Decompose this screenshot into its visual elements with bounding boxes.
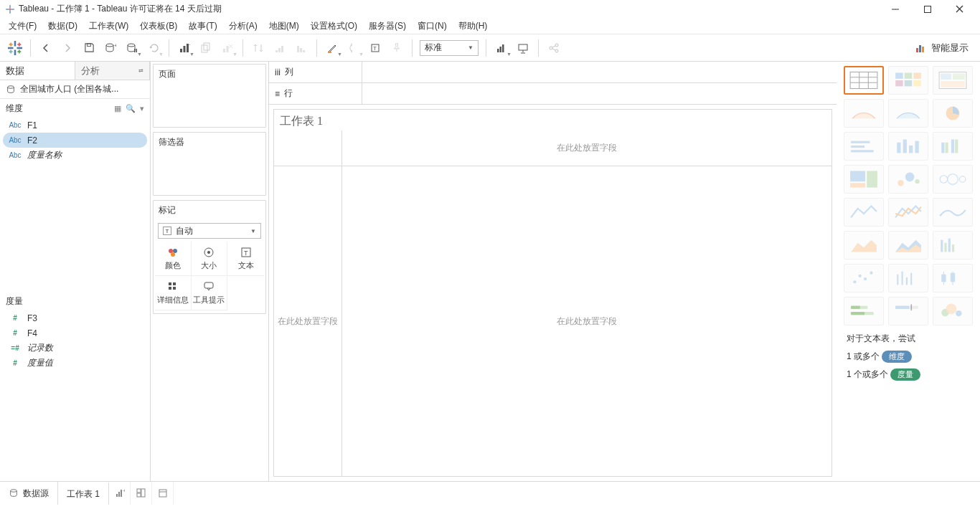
new-datasource-button[interactable]: + (100, 37, 121, 59)
fit-selector[interactable]: 标准 ▼ (420, 40, 479, 56)
minimize-button[interactable] (879, 0, 911, 18)
view-toggle-icon[interactable]: ▦ (114, 104, 121, 113)
dimension-field[interactable]: AbcF2 (3, 133, 147, 148)
tableau-logo-icon[interactable] (4, 37, 26, 59)
drop-rows-area[interactable]: 在此处放置字段 (274, 166, 342, 476)
save-button[interactable] (78, 37, 100, 59)
marks-detail[interactable]: 详细信息 (155, 276, 192, 310)
menu-story[interactable]: 故事(T) (183, 19, 222, 34)
svg-rect-82 (913, 80, 921, 86)
tab-analytics[interactable]: 分析⇄ (75, 62, 151, 80)
svg-rect-26 (134, 49, 136, 52)
menu-analysis[interactable]: 分析(A) (223, 19, 263, 34)
chart-type-tile[interactable] (933, 165, 973, 194)
menu-worksheet[interactable]: 工作表(W) (83, 19, 134, 34)
sort-asc-button[interactable] (269, 37, 291, 59)
chart-type-tile[interactable] (844, 264, 884, 292)
marks-text[interactable]: T文本 (227, 242, 264, 276)
swap-button[interactable] (248, 37, 269, 59)
pause-updates-button[interactable]: ▼ (121, 37, 143, 59)
marks-color[interactable]: 颜色 (155, 242, 192, 276)
marks-type-selector[interactable]: T 自动 ▼ (158, 223, 261, 239)
presentation-button[interactable] (512, 37, 534, 59)
chart-type-tile[interactable] (844, 99, 884, 128)
menu-dashboard[interactable]: 仪表板(B) (134, 19, 183, 34)
menu-format[interactable]: 设置格式(O) (305, 19, 363, 34)
tab-datasource[interactable]: 数据源 (0, 482, 58, 505)
pages-card[interactable]: 页面 (153, 64, 266, 128)
new-worksheet-button[interactable]: +▼ (174, 37, 195, 59)
show-me-toggle[interactable]: 智能显示 (908, 42, 976, 54)
tab-data[interactable]: 数据 (0, 62, 75, 80)
drop-field-area[interactable]: 在此处放置字段 (342, 166, 831, 476)
chart-type-tile[interactable] (888, 231, 928, 260)
maximize-button[interactable] (911, 0, 943, 18)
dimension-field[interactable]: AbcF1 (3, 118, 147, 133)
tab-worksheet-1[interactable]: 工作表 1 (58, 482, 109, 505)
marks-tooltip[interactable]: 工具提示 (192, 276, 228, 310)
show-mark-labels-button[interactable]: T (364, 37, 386, 59)
show-cards-button[interactable]: ▼ (491, 37, 512, 59)
back-button[interactable] (35, 37, 57, 59)
columns-shelf[interactable]: iii列 (269, 62, 837, 83)
measure-field[interactable]: #F4 (3, 325, 147, 341)
chart-type-tile[interactable] (933, 297, 973, 325)
chart-type-tile[interactable] (888, 297, 928, 325)
chart-type-tile[interactable] (888, 132, 928, 161)
chart-type-tile[interactable] (844, 66, 884, 95)
chart-type-tile[interactable] (933, 66, 973, 95)
menu-map[interactable]: 地图(M) (263, 19, 305, 34)
chart-type-tile[interactable] (888, 99, 928, 128)
new-story-tab-button[interactable] (152, 482, 174, 505)
chart-type-tile[interactable] (844, 165, 884, 194)
chart-type-tile[interactable] (933, 231, 973, 260)
new-worksheet-tab-button[interactable]: + (109, 482, 131, 505)
menu-data[interactable]: 数据(D) (42, 19, 83, 34)
undo-redo-button[interactable]: ▼ (143, 37, 164, 59)
menubar: 文件(F) 数据(D) 工作表(W) 仪表板(B) 故事(T) 分析(A) 地图… (0, 18, 980, 34)
marks-size[interactable]: 大小 (192, 242, 228, 276)
drop-columns-area[interactable]: 在此处放置字段 (342, 130, 831, 166)
chart-type-tile[interactable] (844, 231, 884, 260)
sort-desc-button[interactable] (291, 37, 312, 59)
pin-button[interactable] (386, 37, 407, 59)
menu-help[interactable]: 帮助(H) (453, 19, 494, 34)
measure-field[interactable]: #F3 (3, 310, 147, 325)
chart-type-tile[interactable] (888, 198, 928, 227)
new-dashboard-tab-button[interactable] (131, 482, 152, 505)
chart-type-tile[interactable] (933, 132, 973, 161)
menu-icon[interactable]: ▾ (140, 104, 144, 113)
chart-type-tile[interactable] (844, 132, 884, 161)
chart-type-tile[interactable] (933, 198, 973, 227)
highlight-button[interactable]: ▼ (321, 37, 343, 59)
measure-field[interactable]: #度量值 (3, 356, 147, 371)
datasource-item[interactable]: 全国城市人口 (全国各城... (0, 80, 150, 99)
search-icon[interactable]: 🔍 (126, 104, 136, 113)
chart-type-tile[interactable] (933, 99, 973, 128)
clear-sheet-button[interactable]: ▼ (217, 37, 238, 59)
duplicate-sheet-button[interactable] (195, 37, 217, 59)
close-button[interactable] (943, 0, 976, 18)
chart-type-tile[interactable] (933, 264, 973, 292)
chart-type-tile[interactable] (888, 264, 928, 292)
menu-file[interactable]: 文件(F) (3, 19, 42, 34)
share-button[interactable] (543, 37, 565, 59)
sheet-title[interactable]: 工作表 1 (274, 110, 831, 130)
dimension-field[interactable]: Abc度量名称 (3, 148, 147, 163)
svg-rect-84 (941, 74, 951, 80)
chart-type-tile[interactable] (844, 198, 884, 227)
measure-field[interactable]: =#记录数 (3, 341, 147, 356)
svg-point-61 (173, 249, 177, 253)
chart-type-tile[interactable] (888, 66, 928, 95)
rows-shelf[interactable]: ≡行 (269, 83, 837, 105)
menu-server[interactable]: 服务器(S) (363, 19, 412, 34)
filters-card[interactable]: 筛选器 (153, 132, 266, 196)
chart-type-tile[interactable] (888, 165, 928, 194)
menu-window[interactable]: 窗口(N) (412, 19, 453, 34)
group-button[interactable]: ▼ (343, 37, 364, 59)
pill-dimension: 维度 (882, 351, 912, 363)
svg-point-53 (555, 49, 558, 52)
chart-type-tile[interactable] (844, 297, 884, 325)
forward-button[interactable] (57, 37, 78, 59)
svg-rect-95 (941, 143, 944, 153)
